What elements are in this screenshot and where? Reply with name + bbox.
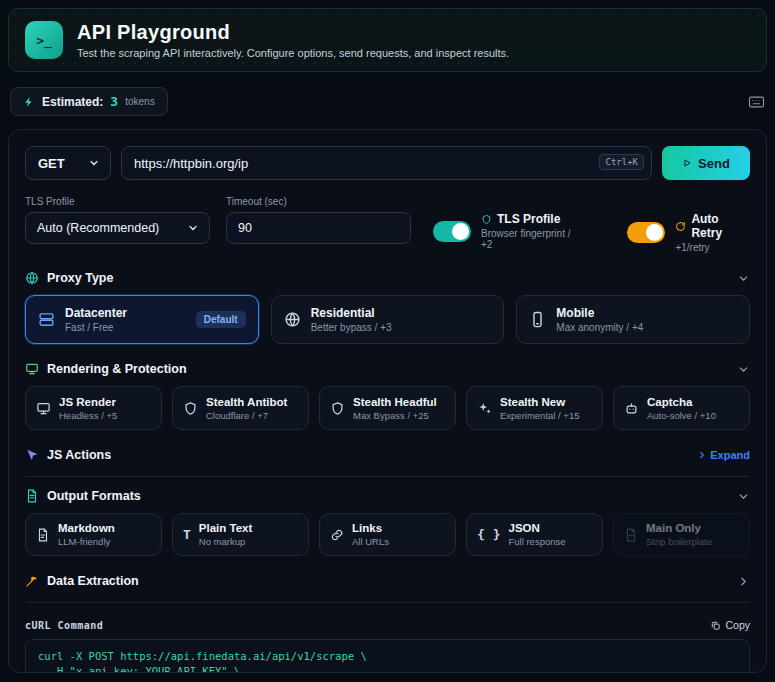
proxy-cards: Datacenter Fast / Free Default Residenti… (25, 295, 750, 344)
card-sub: Strip boilerplate (646, 536, 712, 547)
output-card-markdown[interactable]: Markdown LLM-friendly (25, 513, 162, 556)
expand-link[interactable]: Expand (697, 449, 750, 461)
data-extraction-header: Data Extraction (25, 574, 750, 588)
play-icon (682, 158, 692, 168)
chevron-right-icon[interactable] (737, 575, 750, 588)
request-bar: GET Ctrl+K Send (25, 146, 750, 180)
playground-panel: GET Ctrl+K Send TLS Profile Auto (8, 129, 767, 673)
globe-icon (25, 271, 39, 285)
card-text: Links All URLs (352, 522, 389, 547)
token-estimate-badge: Estimated: 3 tokens (10, 87, 168, 116)
url-input[interactable] (121, 146, 652, 180)
globe-icon (284, 311, 301, 328)
js-actions-title: JS Actions (47, 448, 111, 462)
card-sub: Max Bypass / +25 (353, 410, 437, 421)
card-title: Markdown (58, 522, 115, 534)
rendering-title: Rendering & Protection (47, 362, 187, 376)
tls-profile-select[interactable]: Auto (Recommended) (25, 212, 210, 244)
proxy-card-residential[interactable]: Residential Better bypass / +3 (271, 295, 505, 344)
output-formats-header: Output Formats (25, 489, 750, 503)
url-field-wrap: Ctrl+K (121, 146, 652, 180)
shortcut-hint: Ctrl+K (599, 154, 644, 170)
timeout-label: Timeout (sec) (226, 196, 411, 207)
render-card-captcha[interactable]: Captcha Auto-solve / +10 (613, 386, 750, 430)
options-row: TLS Profile Auto (Recommended) Timeout (… (25, 196, 750, 253)
chevron-down-icon[interactable] (737, 363, 750, 376)
output-card-json[interactable]: { } JSON Full response (466, 513, 603, 556)
tls-toggle-label: TLS Profile (497, 212, 560, 226)
retry-toggle-group: Auto Retry +1/retry (627, 212, 750, 253)
card-text: Datacenter Fast / Free (65, 306, 127, 333)
toggle-knob (646, 224, 663, 241)
robot-icon (624, 401, 639, 416)
card-title: JSON (508, 522, 565, 534)
tls-toggle-text: TLS Profile Browser fingerprint / +2 (481, 212, 581, 250)
method-value: GET (38, 156, 65, 171)
estimate-value: 3 (110, 94, 118, 109)
render-card-js-render[interactable]: JS Render Headless / +5 (25, 386, 162, 430)
server-icon (38, 311, 55, 328)
keyboard-shortcuts-icon[interactable] (748, 95, 765, 109)
card-title: JS Render (59, 396, 117, 408)
card-sub: Cloudflare / +7 (206, 410, 287, 421)
data-extraction-title: Data Extraction (47, 574, 139, 588)
proxy-type-header: Proxy Type (25, 271, 750, 285)
retry-toggle-text: Auto Retry +1/retry (675, 212, 750, 253)
code-line: curl -X POST https://api.finedata.ai/api… (38, 649, 737, 664)
js-actions-header: JS Actions Expand (25, 448, 750, 462)
cursor-icon (25, 448, 39, 462)
tls-profile-toggle[interactable] (433, 221, 471, 242)
divider (25, 602, 750, 603)
copy-button[interactable]: Copy (710, 619, 750, 631)
proxy-card-datacenter[interactable]: Datacenter Fast / Free Default (25, 295, 259, 344)
output-card-links[interactable]: Links All URLs (319, 513, 456, 556)
retry-toggle-label: Auto Retry (691, 212, 750, 240)
estimate-unit: tokens (125, 96, 154, 107)
output-cards: Markdown LLM-friendly T Plain Text No ma… (25, 513, 750, 556)
timeout-field: Timeout (sec) (226, 196, 411, 244)
api-playground-page: >_ API Playground Test the scraping API … (0, 0, 775, 681)
estimate-label: Estimated: (42, 95, 103, 109)
lightning-icon (23, 96, 35, 108)
card-title: Stealth Antibot (206, 396, 287, 408)
card-title: Links (352, 522, 389, 534)
auto-retry-toggle[interactable] (627, 222, 665, 243)
timeout-input[interactable] (226, 212, 411, 244)
card-title: Residential (311, 306, 392, 320)
retry-toggle-sub: +1/retry (675, 242, 750, 253)
proxy-card-mobile[interactable]: Mobile Max anonymity / +4 (516, 295, 750, 344)
document-icon (25, 489, 39, 503)
sparkles-icon (477, 401, 492, 416)
chevron-down-icon[interactable] (737, 272, 750, 285)
trim-icon (624, 528, 638, 542)
card-sub: Fast / Free (65, 322, 127, 333)
render-card-stealth-new[interactable]: Stealth New Experimental / +15 (466, 386, 603, 430)
page-title: API Playground (77, 21, 509, 44)
rendering-cards: JS Render Headless / +5 Stealth Antibot … (25, 386, 750, 430)
send-label: Send (698, 156, 730, 171)
render-card-stealth-headful[interactable]: Stealth Headful Max Bypass / +25 (319, 386, 456, 430)
tls-profile-label: TLS Profile (25, 196, 210, 207)
card-text: JS Render Headless / +5 (59, 396, 117, 421)
card-text: Stealth Headful Max Bypass / +25 (353, 396, 437, 421)
card-text: Stealth New Experimental / +15 (500, 396, 579, 421)
tls-profile-field: TLS Profile Auto (Recommended) (25, 196, 210, 244)
send-button[interactable]: Send (662, 146, 750, 180)
method-select[interactable]: GET (25, 146, 111, 180)
tls-toggle-group: TLS Profile Browser fingerprint / +2 (433, 212, 581, 250)
shield-icon (330, 401, 345, 416)
chevron-down-icon[interactable] (737, 490, 750, 503)
copy-label: Copy (725, 619, 750, 631)
output-card-plain-text[interactable]: T Plain Text No markup (172, 513, 309, 556)
card-sub: Full response (508, 536, 565, 547)
expand-label: Expand (710, 449, 750, 461)
tls-toggle-sub: Browser fingerprint / +2 (481, 228, 581, 250)
curl-header: cURL Command Copy (25, 619, 750, 631)
estimate-row: Estimated: 3 tokens (8, 87, 767, 116)
curl-label: cURL Command (25, 620, 103, 631)
card-title: Stealth Headful (353, 396, 437, 408)
output-formats-title: Output Formats (47, 489, 141, 503)
card-text: Residential Better bypass / +3 (311, 306, 392, 333)
render-card-stealth-antibot[interactable]: Stealth Antibot Cloudflare / +7 (172, 386, 309, 430)
pickaxe-icon (25, 574, 39, 588)
